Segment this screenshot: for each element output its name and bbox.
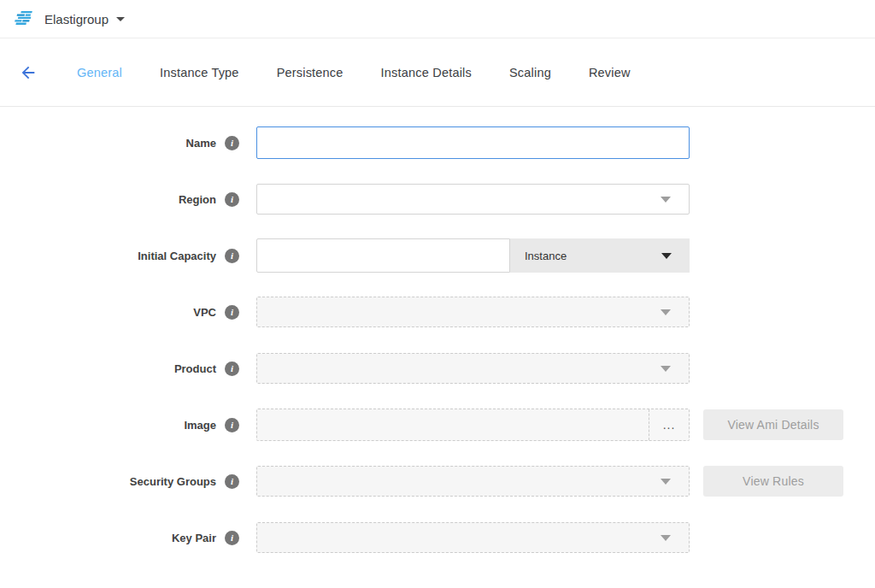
vpc-info-icon[interactable]: i	[225, 305, 239, 320]
elastigroup-logo-icon	[14, 10, 36, 27]
tab-general[interactable]: General	[77, 66, 122, 79]
top-bar: Elastigroup	[0, 0, 875, 38]
product-info-icon[interactable]: i	[225, 362, 239, 376]
security-groups-select	[256, 466, 690, 497]
chevron-down-icon	[661, 197, 671, 203]
field-row-initial-capacity: Initial Capacity i Instance	[0, 238, 875, 273]
name-info-icon[interactable]: i	[225, 136, 239, 150]
vpc-select	[256, 297, 690, 327]
initial-capacity-input[interactable]	[256, 238, 510, 273]
field-row-product: Product i	[0, 351, 875, 385]
region-select[interactable]	[256, 184, 690, 215]
field-row-security-groups: Security Groups i View Rules	[0, 464, 875, 498]
chevron-down-icon	[661, 309, 671, 315]
vpc-label: VPC	[193, 306, 216, 319]
chevron-down-icon	[661, 479, 671, 485]
key-pair-label: Key Pair	[172, 532, 216, 544]
tab-instance-details[interactable]: Instance Details	[381, 66, 472, 79]
initial-capacity-info-icon[interactable]: i	[225, 249, 239, 263]
capacity-unit-value: Instance	[525, 250, 567, 262]
field-row-vpc: VPC i	[0, 295, 875, 329]
product-label: Product	[174, 362, 216, 375]
product-switcher-title[interactable]: Elastigroup	[44, 12, 109, 26]
product-switcher-caret-icon[interactable]	[116, 17, 125, 21]
region-info-icon[interactable]: i	[225, 192, 239, 207]
tab-persistence[interactable]: Persistence	[277, 66, 344, 79]
chevron-down-icon	[661, 366, 671, 372]
security-groups-label: Security Groups	[130, 475, 216, 488]
chevron-down-icon	[661, 535, 671, 541]
name-label: Name	[186, 137, 216, 150]
general-settings-form: Name i Region i Initial Capacity i	[0, 107, 875, 555]
chevron-down-icon	[661, 253, 672, 259]
key-pair-info-icon[interactable]: i	[225, 531, 239, 545]
key-pair-select	[256, 522, 690, 553]
view-rules-button: View Rules	[703, 466, 843, 497]
product-select	[256, 353, 690, 384]
name-input[interactable]	[256, 126, 690, 159]
image-input: ...	[256, 409, 690, 441]
image-label: Image	[184, 419, 216, 432]
capacity-unit-select[interactable]: Instance	[510, 238, 690, 273]
security-groups-info-icon[interactable]: i	[225, 474, 239, 489]
field-row-region: Region i	[0, 182, 875, 216]
wizard-tabs: General Instance Type Persistence Instan…	[77, 66, 668, 79]
region-label: Region	[179, 193, 216, 206]
image-info-icon[interactable]: i	[225, 418, 239, 432]
image-browse-button: ...	[649, 409, 689, 440]
initial-capacity-label: Initial Capacity	[138, 250, 216, 262]
back-arrow-icon[interactable]	[17, 62, 39, 84]
tab-scaling[interactable]: Scaling	[509, 66, 551, 79]
field-row-image: Image i ... View Ami Details	[0, 408, 875, 442]
tab-review[interactable]: Review	[589, 66, 631, 79]
tab-instance-type[interactable]: Instance Type	[160, 66, 239, 79]
field-row-key-pair: Key Pair i	[0, 520, 875, 555]
wizard-tab-bar: General Instance Type Persistence Instan…	[0, 38, 875, 107]
field-row-name: Name i	[0, 126, 875, 160]
view-ami-details-button: View Ami Details	[703, 409, 843, 440]
